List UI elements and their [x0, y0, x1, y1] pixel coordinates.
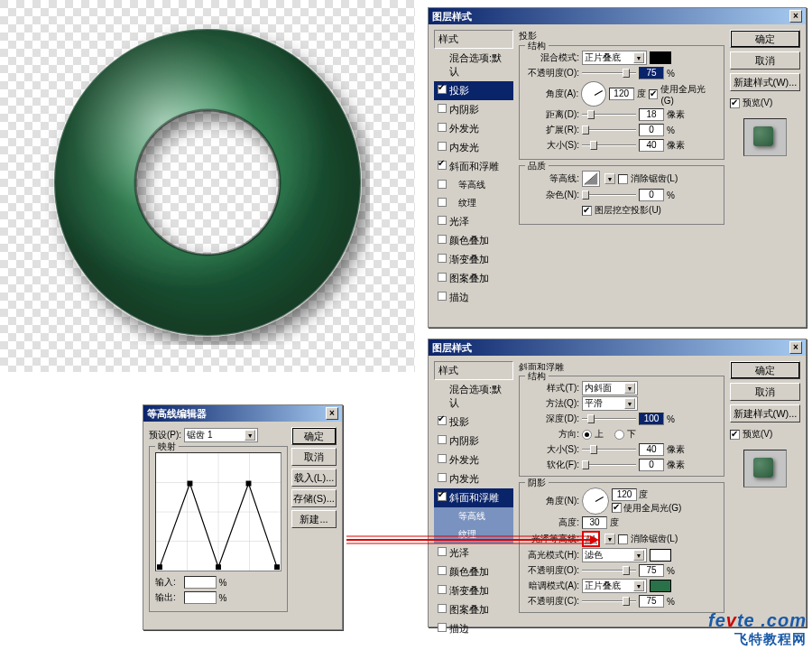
outer-glow-item[interactable]: 外发光: [434, 450, 513, 469]
texture-sub-item[interactable]: 纹理: [434, 525, 513, 543]
preview-checkbox[interactable]: [730, 98, 740, 108]
size-slider[interactable]: [582, 141, 636, 150]
color-overlay-item[interactable]: 颜色叠加: [434, 231, 513, 250]
new-button[interactable]: 新建...: [291, 510, 337, 528]
preview-checkbox[interactable]: [730, 430, 740, 440]
soften-input[interactable]: 0: [639, 459, 664, 471]
knockout-checkbox[interactable]: [582, 206, 592, 216]
cancel-button[interactable]: 取消: [291, 448, 337, 466]
global-light-checkbox[interactable]: [612, 503, 622, 513]
direction-down-radio[interactable]: [614, 430, 624, 440]
distance-slider[interactable]: [582, 110, 636, 119]
direction-up-radio[interactable]: [582, 430, 592, 440]
depth-input[interactable]: 100: [639, 413, 664, 425]
pattern-overlay-item[interactable]: 图案叠加: [434, 269, 513, 288]
dialog-title: 等高线编辑器: [147, 405, 207, 422]
shadow-color-swatch[interactable]: [650, 580, 671, 592]
titlebar[interactable]: 图层样式 ×: [429, 8, 806, 24]
new-style-button[interactable]: 新建样式(W)...: [730, 73, 800, 91]
output-value[interactable]: [184, 591, 217, 604]
ok-button[interactable]: 确定: [730, 361, 800, 379]
inner-glow-item[interactable]: 内发光: [434, 469, 513, 488]
inner-shadow-item[interactable]: 内阴影: [434, 100, 513, 119]
canvas-area: [0, 0, 415, 372]
s-opacity-input[interactable]: 75: [639, 595, 664, 608]
shadow-color-swatch[interactable]: [650, 51, 671, 64]
blend-options-item[interactable]: 混合选项:默认: [434, 49, 513, 81]
opacity-input[interactable]: 75: [639, 67, 664, 79]
inner-glow-item[interactable]: 内发光: [434, 138, 513, 157]
close-icon[interactable]: ×: [326, 407, 338, 420]
titlebar[interactable]: 图层样式 ×: [429, 339, 806, 356]
altitude-input[interactable]: 30: [582, 516, 607, 529]
blend-mode-dropdown[interactable]: 正片叠底▼: [582, 51, 647, 65]
inner-shadow-item[interactable]: 内阴影: [434, 432, 513, 450]
contour-picker[interactable]: [582, 171, 600, 187]
ok-button[interactable]: 确定: [730, 30, 800, 48]
texture-sub-item[interactable]: 纹理: [434, 194, 513, 212]
style-list: 样式 混合选项:默认 投影 内阴影 外发光 内发光 斜面和浮雕 等高线 纹理 光…: [434, 361, 513, 638]
distance-input[interactable]: 18: [639, 108, 664, 121]
titlebar[interactable]: 等高线编辑器 ×: [143, 405, 342, 422]
global-light-checkbox[interactable]: [649, 89, 659, 99]
stroke-item[interactable]: 描边: [434, 288, 513, 307]
outer-glow-item[interactable]: 外发光: [434, 119, 513, 138]
angle-dial[interactable]: [582, 488, 609, 515]
new-style-button[interactable]: 新建样式(W)...: [730, 404, 800, 422]
size-slider[interactable]: [582, 445, 636, 454]
antialias-checkbox[interactable]: [618, 174, 628, 184]
style-dropdown[interactable]: 内斜面▼: [582, 381, 638, 395]
angle-dial[interactable]: [581, 81, 606, 107]
satin-item[interactable]: 光泽: [434, 543, 513, 562]
direction-label: 方向:: [525, 428, 579, 441]
angle-input[interactable]: 120: [612, 488, 637, 501]
depth-slider[interactable]: [582, 414, 636, 423]
spread-input[interactable]: 0: [639, 124, 664, 136]
noise-input[interactable]: 0: [639, 189, 664, 201]
contour-sub-item[interactable]: 等高线: [434, 507, 513, 525]
knockout-label: 图层挖空投影(U): [595, 204, 661, 217]
antialias-checkbox[interactable]: [618, 534, 628, 544]
h-opacity-input[interactable]: 75: [639, 564, 664, 577]
drop-shadow-item[interactable]: 投影: [434, 413, 513, 432]
pattern-overlay-item[interactable]: 图案叠加: [434, 600, 513, 619]
ok-button[interactable]: 确定: [291, 427, 337, 445]
load-button[interactable]: 载入(L)...: [291, 469, 337, 487]
spread-slider[interactable]: [582, 125, 636, 135]
save-button[interactable]: 存储(S)...: [291, 489, 337, 507]
color-overlay-item[interactable]: 颜色叠加: [434, 562, 513, 581]
close-icon[interactable]: ×: [789, 10, 802, 23]
technique-label: 方法(Q):: [525, 397, 579, 410]
gradient-overlay-item[interactable]: 渐变叠加: [434, 250, 513, 269]
opacity-slider[interactable]: [582, 69, 636, 78]
soften-slider[interactable]: [582, 460, 636, 469]
h-opacity-slider[interactable]: [582, 566, 636, 575]
technique-dropdown[interactable]: 平滑▼: [582, 396, 638, 411]
svg-rect-13: [246, 481, 252, 487]
cancel-button[interactable]: 取消: [730, 383, 800, 401]
input-value[interactable]: [184, 576, 217, 589]
contour-sub-item[interactable]: 等高线: [434, 176, 513, 194]
noise-slider[interactable]: [582, 190, 636, 200]
preset-dropdown[interactable]: 锯齿 1▼: [184, 428, 258, 442]
chevron-down-icon[interactable]: ▼: [604, 534, 615, 544]
angle-input[interactable]: 120: [609, 88, 634, 100]
drop-shadow-item[interactable]: 投影: [434, 81, 513, 100]
bevel-emboss-item[interactable]: 斜面和浮雕: [434, 488, 513, 507]
gloss-contour-picker[interactable]: [582, 531, 600, 547]
size-input[interactable]: 40: [639, 443, 664, 456]
stroke-item[interactable]: 描边: [434, 619, 513, 638]
highlight-mode-dropdown[interactable]: 滤色▼: [582, 548, 647, 562]
contour-graph[interactable]: [155, 452, 281, 571]
bevel-emboss-item[interactable]: 斜面和浮雕: [434, 157, 513, 176]
s-opacity-slider[interactable]: [582, 597, 636, 606]
highlight-color-swatch[interactable]: [650, 549, 671, 562]
gradient-overlay-item[interactable]: 渐变叠加: [434, 581, 513, 600]
shadow-mode-dropdown[interactable]: 正片叠底▼: [582, 579, 647, 593]
cancel-button[interactable]: 取消: [730, 51, 800, 70]
blend-options-item[interactable]: 混合选项:默认: [434, 380, 513, 413]
size-input[interactable]: 40: [639, 139, 664, 152]
chevron-down-icon[interactable]: ▼: [604, 173, 615, 184]
satin-item[interactable]: 光泽: [434, 212, 513, 231]
close-icon[interactable]: ×: [789, 341, 802, 354]
